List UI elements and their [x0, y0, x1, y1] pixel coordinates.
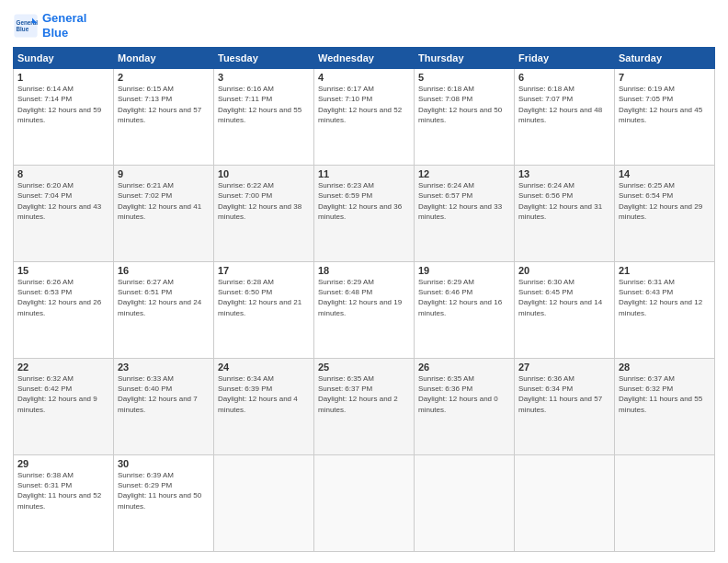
- day-number: 6: [518, 72, 610, 83]
- day-info: Sunrise: 6:35 AMSunset: 6:36 PMDaylight:…: [418, 373, 510, 415]
- weekday-thursday: Thursday: [415, 48, 515, 69]
- weekday-wednesday: Wednesday: [314, 48, 415, 69]
- calendar-cell: 13Sunrise: 6:24 AMSunset: 6:56 PMDayligh…: [515, 166, 615, 262]
- calendar-cell: 28Sunrise: 6:37 AMSunset: 6:32 PMDayligh…: [615, 359, 715, 455]
- week-row-2: 8Sunrise: 6:20 AMSunset: 7:04 PMDaylight…: [14, 166, 715, 262]
- day-info: Sunrise: 6:19 AMSunset: 7:05 PMDaylight:…: [619, 84, 711, 125]
- day-info: Sunrise: 6:36 AMSunset: 6:34 PMDaylight:…: [518, 373, 610, 415]
- day-info: Sunrise: 6:27 AMSunset: 6:51 PMDaylight:…: [118, 277, 210, 318]
- weekday-friday: Friday: [515, 48, 615, 69]
- calendar-cell: 7Sunrise: 6:19 AMSunset: 7:05 PMDaylight…: [615, 69, 715, 166]
- day-info: Sunrise: 6:31 AMSunset: 6:43 PMDaylight:…: [619, 277, 711, 318]
- week-row-3: 15Sunrise: 6:26 AMSunset: 6:53 PMDayligh…: [14, 262, 715, 359]
- calendar-cell: 15Sunrise: 6:26 AMSunset: 6:53 PMDayligh…: [14, 262, 114, 359]
- calendar-cell: [314, 455, 415, 552]
- calendar-cell: 14Sunrise: 6:25 AMSunset: 6:54 PMDayligh…: [615, 166, 715, 262]
- weekday-tuesday: Tuesday: [214, 48, 314, 69]
- weekday-sunday: Sunday: [14, 48, 114, 69]
- day-number: 30: [118, 458, 210, 469]
- calendar-cell: 16Sunrise: 6:27 AMSunset: 6:51 PMDayligh…: [114, 262, 214, 359]
- day-number: 12: [418, 168, 510, 179]
- day-info: Sunrise: 6:21 AMSunset: 7:02 PMDaylight:…: [118, 180, 210, 222]
- calendar-cell: [415, 455, 515, 552]
- day-number: 9: [118, 168, 210, 179]
- calendar-cell: [214, 455, 314, 552]
- day-number: 20: [518, 265, 610, 276]
- day-info: Sunrise: 6:28 AMSunset: 6:50 PMDaylight:…: [218, 277, 310, 318]
- day-number: 26: [418, 362, 510, 373]
- day-number: 4: [318, 72, 410, 83]
- calendar-cell: 4Sunrise: 6:17 AMSunset: 7:10 PMDaylight…: [314, 69, 415, 166]
- day-info: Sunrise: 6:25 AMSunset: 6:54 PMDaylight:…: [619, 180, 711, 222]
- day-number: 8: [17, 168, 109, 179]
- day-info: Sunrise: 6:16 AMSunset: 7:11 PMDaylight:…: [218, 84, 310, 125]
- day-number: 7: [619, 72, 711, 83]
- day-info: Sunrise: 6:37 AMSunset: 6:32 PMDaylight:…: [619, 373, 711, 415]
- calendar-cell: 10Sunrise: 6:22 AMSunset: 7:00 PMDayligh…: [214, 166, 314, 262]
- day-info: Sunrise: 6:32 AMSunset: 6:42 PMDaylight:…: [17, 373, 109, 415]
- day-number: 15: [17, 265, 109, 276]
- day-number: 1: [17, 72, 109, 83]
- calendar-cell: 3Sunrise: 6:16 AMSunset: 7:11 PMDaylight…: [214, 69, 314, 166]
- calendar-cell: 26Sunrise: 6:35 AMSunset: 6:36 PMDayligh…: [415, 359, 515, 455]
- day-info: Sunrise: 6:22 AMSunset: 7:00 PMDaylight:…: [218, 180, 310, 222]
- calendar-cell: 25Sunrise: 6:35 AMSunset: 6:37 PMDayligh…: [314, 359, 415, 455]
- calendar-cell: 17Sunrise: 6:28 AMSunset: 6:50 PMDayligh…: [214, 262, 314, 359]
- calendar-body: 1Sunrise: 6:14 AMSunset: 7:14 PMDaylight…: [14, 69, 715, 552]
- calendar-cell: 23Sunrise: 6:33 AMSunset: 6:40 PMDayligh…: [114, 359, 214, 455]
- day-number: 28: [619, 362, 711, 373]
- day-number: 5: [418, 72, 510, 83]
- weekday-saturday: Saturday: [615, 48, 715, 69]
- calendar-cell: 30Sunrise: 6:39 AMSunset: 6:29 PMDayligh…: [114, 455, 214, 552]
- calendar-cell: 6Sunrise: 6:18 AMSunset: 7:07 PMDaylight…: [515, 69, 615, 166]
- day-number: 10: [218, 168, 310, 179]
- day-info: Sunrise: 6:33 AMSunset: 6:40 PMDaylight:…: [118, 373, 210, 415]
- day-info: Sunrise: 6:15 AMSunset: 7:13 PMDaylight:…: [118, 84, 210, 125]
- calendar-cell: 12Sunrise: 6:24 AMSunset: 6:57 PMDayligh…: [415, 166, 515, 262]
- week-row-5: 29Sunrise: 6:38 AMSunset: 6:31 PMDayligh…: [14, 455, 715, 552]
- day-info: Sunrise: 6:23 AMSunset: 6:59 PMDaylight:…: [318, 180, 410, 222]
- week-row-4: 22Sunrise: 6:32 AMSunset: 6:42 PMDayligh…: [14, 359, 715, 455]
- calendar-cell: 18Sunrise: 6:29 AMSunset: 6:48 PMDayligh…: [314, 262, 415, 359]
- day-info: Sunrise: 6:24 AMSunset: 6:57 PMDaylight:…: [418, 180, 510, 222]
- day-info: Sunrise: 6:17 AMSunset: 7:10 PMDaylight:…: [318, 84, 410, 125]
- day-number: 18: [318, 265, 410, 276]
- week-row-1: 1Sunrise: 6:14 AMSunset: 7:14 PMDaylight…: [14, 69, 715, 166]
- day-number: 25: [318, 362, 410, 373]
- day-info: Sunrise: 6:18 AMSunset: 7:07 PMDaylight:…: [518, 84, 610, 125]
- calendar-cell: 11Sunrise: 6:23 AMSunset: 6:59 PMDayligh…: [314, 166, 415, 262]
- day-number: 14: [619, 168, 711, 179]
- calendar-cell: 1Sunrise: 6:14 AMSunset: 7:14 PMDaylight…: [14, 69, 114, 166]
- calendar-table: SundayMondayTuesdayWednesdayThursdayFrid…: [13, 47, 715, 552]
- day-number: 23: [118, 362, 210, 373]
- logo-text: General Blue: [42, 11, 86, 40]
- calendar-cell: [615, 455, 715, 552]
- day-info: Sunrise: 6:38 AMSunset: 6:31 PMDaylight:…: [17, 470, 109, 511]
- day-info: Sunrise: 6:14 AMSunset: 7:14 PMDaylight:…: [17, 84, 109, 125]
- calendar-cell: 22Sunrise: 6:32 AMSunset: 6:42 PMDayligh…: [14, 359, 114, 455]
- day-number: 27: [518, 362, 610, 373]
- weekday-monday: Monday: [114, 48, 214, 69]
- day-info: Sunrise: 6:29 AMSunset: 6:48 PMDaylight:…: [318, 277, 410, 318]
- day-number: 13: [518, 168, 610, 179]
- header: General Blue General Blue: [13, 11, 715, 40]
- day-number: 21: [619, 265, 711, 276]
- day-info: Sunrise: 6:34 AMSunset: 6:39 PMDaylight:…: [218, 373, 310, 415]
- day-number: 22: [17, 362, 109, 373]
- day-info: Sunrise: 6:35 AMSunset: 6:37 PMDaylight:…: [318, 373, 410, 415]
- day-info: Sunrise: 6:26 AMSunset: 6:53 PMDaylight:…: [17, 277, 109, 318]
- calendar-cell: 5Sunrise: 6:18 AMSunset: 7:08 PMDaylight…: [415, 69, 515, 166]
- day-number: 16: [118, 265, 210, 276]
- day-info: Sunrise: 6:29 AMSunset: 6:46 PMDaylight:…: [418, 277, 510, 318]
- day-info: Sunrise: 6:30 AMSunset: 6:45 PMDaylight:…: [518, 277, 610, 318]
- calendar-cell: 20Sunrise: 6:30 AMSunset: 6:45 PMDayligh…: [515, 262, 615, 359]
- calendar-cell: 19Sunrise: 6:29 AMSunset: 6:46 PMDayligh…: [415, 262, 515, 359]
- day-number: 29: [17, 458, 109, 469]
- day-number: 19: [418, 265, 510, 276]
- day-number: 2: [118, 72, 210, 83]
- calendar-cell: 9Sunrise: 6:21 AMSunset: 7:02 PMDaylight…: [114, 166, 214, 262]
- day-info: Sunrise: 6:24 AMSunset: 6:56 PMDaylight:…: [518, 180, 610, 222]
- calendar-cell: 21Sunrise: 6:31 AMSunset: 6:43 PMDayligh…: [615, 262, 715, 359]
- calendar-cell: 2Sunrise: 6:15 AMSunset: 7:13 PMDaylight…: [114, 69, 214, 166]
- weekday-header-row: SundayMondayTuesdayWednesdayThursdayFrid…: [14, 48, 715, 69]
